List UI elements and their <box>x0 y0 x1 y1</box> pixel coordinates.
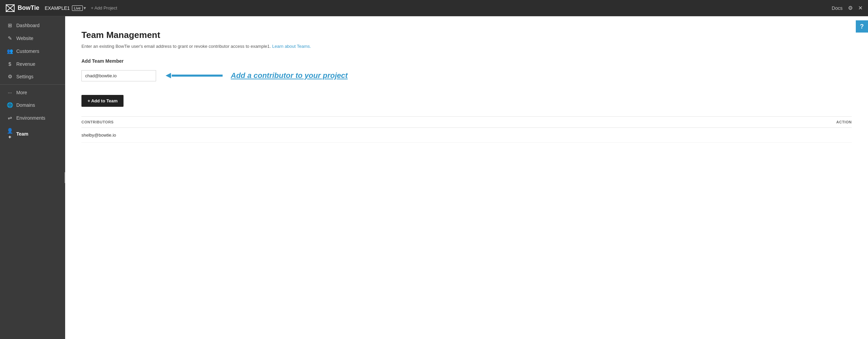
action-col-header: ACTION <box>836 120 852 124</box>
sidebar-item-website[interactable]: ✎ Website <box>0 32 65 45</box>
sidebar-label-dashboard: Dashboard <box>16 23 40 28</box>
add-member-row: Add a contributor to your project <box>81 67 852 84</box>
logo-text: BowTie <box>18 4 39 12</box>
main-layout: ⊞ Dashboard ✎ Website 👥 Customers $ Reve… <box>0 16 868 339</box>
add-project-button[interactable]: + Add Project <box>91 5 117 11</box>
project-badge: EXAMPLE1 Live <box>45 5 83 11</box>
project-dropdown[interactable]: ▼ <box>83 6 87 11</box>
sidebar-label-website: Website <box>16 36 33 41</box>
sidebar-divider <box>0 84 65 85</box>
svg-marker-1 <box>10 5 14 12</box>
sidebar-label-more: More <box>16 90 27 95</box>
logo-icon <box>5 3 15 13</box>
contributors-header: CONTRIBUTORS ACTION <box>81 117 852 128</box>
live-badge: Live <box>72 5 83 11</box>
team-icon: 👤+ <box>7 128 13 140</box>
website-icon: ✎ <box>7 35 13 41</box>
sidebar-item-team[interactable]: 👤+ Team <box>0 124 65 143</box>
logo: BowTie <box>5 3 39 13</box>
add-to-team-button[interactable]: + Add to Team <box>81 95 124 107</box>
page-subtitle: Enter an existing BowTie user's email ad… <box>81 44 852 49</box>
contributor-row: shelby@bowtie.io <box>81 128 852 143</box>
sidebar-label-domains: Domains <box>16 102 35 108</box>
top-nav: BowTie EXAMPLE1 Live ▼ + Add Project Doc… <box>0 0 868 16</box>
settings-nav-icon: ⚙ <box>7 74 13 80</box>
annotation-area: Add a contributor to your project <box>162 67 348 84</box>
sidebar-label-revenue: Revenue <box>16 61 35 67</box>
revenue-icon: $ <box>7 61 13 67</box>
contributors-col-header: CONTRIBUTORS <box>81 120 114 124</box>
sidebar-item-settings[interactable]: ⚙ Settings <box>0 70 65 83</box>
sidebar-label-environments: Environments <box>16 115 45 121</box>
form-section-label: Add Team Member <box>81 58 852 64</box>
arrow-annotation <box>162 67 229 84</box>
sidebar: ⊞ Dashboard ✎ Website 👥 Customers $ Reve… <box>0 16 65 339</box>
svg-marker-0 <box>6 5 10 12</box>
project-name: EXAMPLE1 <box>45 5 70 11</box>
sidebar-item-environments[interactable]: ⇌ Environments <box>0 112 65 124</box>
sidebar-item-domains[interactable]: 🌐 Domains <box>0 99 65 112</box>
settings-icon[interactable]: ⚙ <box>848 5 853 11</box>
sidebar-label-customers: Customers <box>16 48 39 54</box>
subtitle-text: Enter an existing BowTie user's email ad… <box>81 44 271 49</box>
close-icon[interactable]: ✕ <box>858 5 863 11</box>
environments-icon: ⇌ <box>7 115 13 121</box>
domains-icon: 🌐 <box>7 102 13 108</box>
contributor-email: shelby@bowtie.io <box>81 133 116 138</box>
svg-marker-5 <box>166 73 171 78</box>
help-button[interactable]: ? <box>856 20 868 33</box>
email-input[interactable] <box>81 70 156 81</box>
customers-icon: 👥 <box>7 48 13 54</box>
annotation-text: Add a contributor to your project <box>231 71 348 80</box>
docs-link[interactable]: Docs <box>832 5 843 11</box>
dashboard-icon: ⊞ <box>7 22 13 28</box>
learn-about-teams-link[interactable]: Learn about Teams. <box>272 44 311 49</box>
sidebar-item-more[interactable]: ··· More <box>0 86 65 99</box>
more-icon: ··· <box>7 89 13 95</box>
page-title: Team Management <box>81 30 852 40</box>
sidebar-label-team: Team <box>16 131 29 137</box>
nav-right: Docs ⚙ ✕ <box>832 5 863 11</box>
contributors-table: CONTRIBUTORS ACTION shelby@bowtie.io <box>81 116 852 143</box>
main-content: ? Team Management Enter an existing BowT… <box>65 16 868 339</box>
sidebar-item-customers[interactable]: 👥 Customers <box>0 45 65 58</box>
sidebar-item-dashboard[interactable]: ⊞ Dashboard <box>0 19 65 32</box>
sidebar-item-revenue[interactable]: $ Revenue <box>0 58 65 70</box>
sidebar-label-settings: Settings <box>16 74 34 79</box>
